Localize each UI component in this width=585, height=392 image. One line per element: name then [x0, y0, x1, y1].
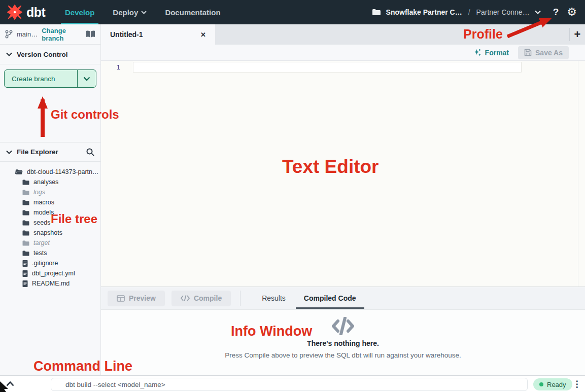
tree-item-label: dbt_project.yml [32, 270, 75, 277]
tree-item-project-root[interactable]: dbt-cloud-114373-partn… [0, 167, 100, 177]
tree-item-target[interactable]: target [0, 238, 100, 248]
version-control-header[interactable]: Version Control [0, 45, 100, 64]
code-icon [181, 295, 190, 301]
dbt-logo[interactable]: dbt [0, 5, 56, 20]
annotation-profile: Profile [463, 27, 503, 42]
annotation-git-controls: Git controls [51, 108, 119, 122]
branch-bar: main… Change branch [0, 24, 101, 45]
editor-scrollbar-track[interactable] [578, 61, 578, 287]
empty-state-subtitle: Press Compile above to preview the SQL d… [101, 351, 585, 359]
search-icon[interactable] [86, 148, 94, 156]
nav-deploy[interactable]: Deploy [104, 0, 156, 24]
compiled-code-tab-label: Compiled Code [304, 294, 356, 302]
sparkle-icon [473, 49, 481, 57]
tree-item-label: logs [33, 189, 45, 196]
tab-strip: Untitled-1 ✕ + [101, 24, 585, 45]
status-badge: Ready [533, 378, 572, 390]
command-input[interactable]: dbt build --select <model_name> [51, 378, 528, 391]
empty-state-title: There's nothing here. [101, 339, 585, 347]
tree-item-macros[interactable]: macros [0, 197, 100, 207]
folder-icon [372, 9, 381, 16]
file-explorer-title: File Explorer [17, 148, 58, 156]
create-branch-dropdown[interactable] [78, 70, 96, 87]
breadcrumb-project[interactable]: Snowflake Partner C… [386, 8, 462, 16]
code-slash-icon [331, 317, 355, 335]
compile-button[interactable]: Compile [171, 291, 231, 306]
tree-item-gitignore[interactable]: .gitignore [0, 258, 100, 268]
tree-item-label: tests [33, 250, 47, 257]
chevron-down-icon [6, 150, 12, 154]
create-branch-button[interactable]: Create branch [5, 70, 78, 87]
format-label: Format [485, 49, 509, 57]
docs-book-icon[interactable] [86, 30, 95, 38]
tree-item-label: README.md [32, 280, 70, 287]
preview-button[interactable]: Preview [108, 291, 165, 306]
folder-icon [22, 200, 29, 205]
annotation-text-editor: Text Editor [282, 156, 379, 177]
status-label: Ready [547, 381, 566, 388]
nav-deploy-label: Deploy [113, 8, 138, 17]
tree-item-readme-md[interactable]: README.md [0, 278, 100, 289]
folder-icon [22, 210, 29, 216]
create-branch-split-button: Create branch [4, 69, 96, 88]
command-line-bar: dbt build --select <model_name> Ready ⋮ [0, 375, 585, 392]
tree-item-label: .gitignore [32, 260, 58, 267]
chevron-up-icon[interactable] [0, 381, 20, 386]
results-tab-label: Results [262, 294, 286, 302]
folder-icon [22, 180, 29, 185]
file-icon [22, 280, 28, 287]
folder-icon [22, 251, 29, 256]
add-tab-button[interactable]: + [570, 24, 585, 45]
folder-icon [22, 220, 29, 226]
format-button[interactable]: Format [473, 49, 509, 57]
file-icon [22, 270, 28, 277]
sidebar: Version Control Create branch File Explo… [0, 45, 101, 375]
version-control-title: Version Control [17, 51, 68, 58]
dbt-cloud-ide: dbt Develop Deploy Documentation Snowfla… [0, 0, 585, 392]
nav-develop[interactable]: Develop [56, 0, 104, 24]
chevron-down-icon [6, 52, 12, 56]
tree-item-logs[interactable]: logs [0, 187, 100, 197]
folder-open-icon [15, 169, 23, 175]
save-as-button[interactable]: Save As [518, 46, 569, 59]
save-icon [524, 49, 532, 56]
annotation-file-tree: File tree [51, 212, 97, 226]
editor-active-line[interactable] [133, 62, 522, 73]
help-icon[interactable]: ? [546, 7, 562, 18]
create-branch-label: Create branch [12, 75, 55, 83]
table-icon [117, 295, 125, 302]
tab-compiled-code[interactable]: Compiled Code [295, 287, 365, 310]
save-as-label: Save As [535, 49, 563, 57]
tree-item-snapshots[interactable]: snapshots [0, 228, 100, 238]
dbt-logo-text: dbt [26, 5, 45, 20]
annotation-command-line: Command Line [33, 359, 132, 374]
tab-untitled-1[interactable]: Untitled-1 ✕ [101, 24, 215, 45]
main-nav: Develop Deploy Documentation [56, 0, 230, 24]
top-header: dbt Develop Deploy Documentation Snowfla… [0, 0, 585, 24]
tree-item-label: analyses [33, 179, 58, 186]
editor-toolbar: Format Save As [101, 45, 585, 61]
status-dot [539, 382, 543, 386]
gear-icon[interactable]: ⚙ [567, 7, 577, 18]
chevron-down-icon[interactable] [535, 10, 541, 14]
tree-item-label: seeds [33, 219, 50, 226]
file-explorer-header[interactable]: File Explorer [0, 142, 100, 162]
git-branch-icon [5, 30, 13, 39]
nav-develop-label: Develop [65, 8, 94, 17]
line-number: 1 [113, 63, 120, 71]
tab-label: Untitled-1 [110, 30, 143, 39]
tree-item-dbt-project-yml[interactable]: dbt_project.yml [0, 268, 100, 278]
tree-item-label: macros [33, 199, 54, 206]
close-tab-icon[interactable]: ✕ [198, 30, 208, 40]
change-branch-link[interactable]: Change branch [42, 27, 82, 42]
tab-strip-right: + [569, 24, 585, 45]
nav-documentation[interactable]: Documentation [156, 0, 229, 24]
dbt-logo-icon [7, 5, 22, 20]
kebab-menu-icon[interactable]: ⋮ [572, 377, 581, 391]
tree-item-analyses[interactable]: analyses [0, 177, 100, 187]
tab-results[interactable]: Results [253, 287, 295, 310]
info-window: Preview Compile Results Compiled Code Th… [101, 287, 585, 375]
info-window-toolbar: Preview Compile Results Compiled Code [101, 287, 585, 310]
breadcrumb-environment[interactable]: Partner Conne… [476, 8, 530, 16]
tree-item-tests[interactable]: tests [0, 248, 100, 258]
